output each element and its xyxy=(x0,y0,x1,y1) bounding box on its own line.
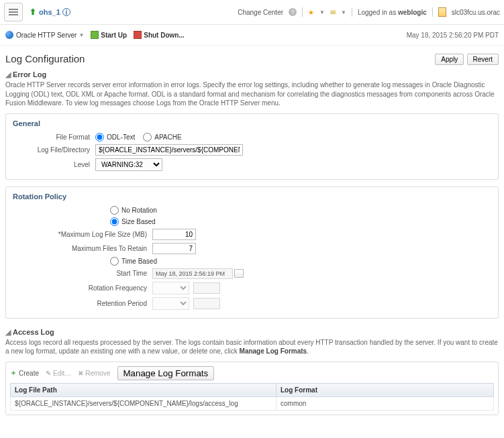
calendar-icon xyxy=(234,269,244,278)
access-log-panel: ＋Create ✎Edit… ✖Remove Manage Log Format… xyxy=(5,362,499,415)
pencil-icon: ✎ xyxy=(46,370,51,377)
table-row[interactable]: ${ORACLE_INSTANCE}/servers/${COMPONENT_N… xyxy=(11,396,494,410)
globe-icon xyxy=(5,31,13,39)
start-up-icon xyxy=(91,31,99,39)
shut-down-icon xyxy=(134,31,142,39)
mail-caret-icon: ▼ xyxy=(341,9,346,15)
level-label: Level xyxy=(13,161,95,168)
cell-log-file-path: ${ORACLE_INSTANCE}/servers/${COMPONENT_N… xyxy=(11,396,276,410)
retention-period-value xyxy=(193,298,220,309)
error-log-collapser-icon[interactable]: ◢ xyxy=(5,70,11,78)
revert-button[interactable]: Revert xyxy=(467,54,499,65)
info-icon[interactable]: i xyxy=(62,8,70,16)
max-files-input[interactable] xyxy=(152,243,196,254)
general-panel: General File Format ODL-Text APACHE Log … xyxy=(5,113,499,180)
file-format-label: File Format xyxy=(13,133,95,141)
max-size-label: *Maximum Log File Size (MB) xyxy=(13,231,152,238)
col-log-file-path: Log File Path xyxy=(11,383,276,396)
log-dir-input[interactable] xyxy=(95,144,243,156)
access-log-title: Access Log xyxy=(13,328,54,336)
rotation-none-radio[interactable]: No Rotation xyxy=(110,206,157,215)
change-center-help-icon[interactable]: ? xyxy=(289,8,297,16)
max-size-input[interactable] xyxy=(152,229,196,240)
retention-period-label: Retention Period xyxy=(13,300,152,307)
create-button[interactable]: ＋Create xyxy=(10,368,39,378)
target-menu[interactable]: Oracle HTTP Server xyxy=(16,32,77,39)
remove-button: ✖Remove xyxy=(78,370,110,377)
access-log-table: Log File Path Log Format ${ORACLE_INSTAN… xyxy=(10,383,494,410)
start-time-label: Start Time xyxy=(13,270,152,277)
level-select[interactable]: WARNING:32 xyxy=(95,158,162,171)
page-title: Log Configuration xyxy=(5,53,85,64)
rotation-size-radio[interactable]: Size Based xyxy=(110,217,156,226)
breadcrumb-target[interactable]: ohs_1 xyxy=(39,8,60,16)
rotation-freq-label: Rotation Frequency xyxy=(13,284,152,292)
rotation-title: Rotation Policy xyxy=(13,193,491,201)
target-menu-caret-icon: ▼ xyxy=(79,32,84,38)
mail-icon[interactable]: ✉ xyxy=(330,9,336,16)
logged-in-label: Logged in as weblogic xyxy=(358,9,427,16)
general-title: General xyxy=(13,119,491,127)
edit-button: ✎Edit… xyxy=(46,370,71,377)
cell-log-format: common xyxy=(276,396,494,410)
rotation-freq-select xyxy=(152,282,189,294)
rotation-time-radio[interactable]: Time Based xyxy=(110,257,157,266)
plus-icon: ＋ xyxy=(10,368,17,378)
page-timestamp: May 18, 2015 2:56:20 PM PDT xyxy=(407,32,499,39)
favorites-caret-icon: ▼ xyxy=(319,9,325,15)
retention-period-select xyxy=(152,297,189,310)
manage-log-formats-button[interactable]: Manage Log Formats xyxy=(117,366,215,380)
access-log-desc: Access logs record all requests processe… xyxy=(5,338,499,356)
change-center-label[interactable]: Change Center xyxy=(238,9,283,16)
log-dir-label: Log File/Directory xyxy=(13,146,95,154)
start-up-button[interactable]: Start Up xyxy=(101,32,127,39)
host-doc-icon xyxy=(438,7,446,17)
file-format-apache-radio[interactable]: APACHE xyxy=(143,133,181,142)
apply-button[interactable]: Apply xyxy=(435,54,464,65)
rotation-panel: Rotation Policy No Rotation Size Based *… xyxy=(5,186,499,319)
max-files-label: Maximum Files To Retain xyxy=(13,245,152,252)
file-format-odl-radio[interactable]: ODL-Text xyxy=(95,133,135,142)
shut-down-button[interactable]: Shut Down... xyxy=(144,32,185,39)
error-log-desc: Oracle HTTP Server records server error … xyxy=(5,80,499,108)
rotation-freq-value xyxy=(193,282,220,294)
x-icon: ✖ xyxy=(78,370,83,377)
favorites-icon[interactable]: ★ xyxy=(308,9,314,16)
up-nav-icon[interactable]: ⬆ xyxy=(30,7,36,17)
error-log-title: Error Log xyxy=(13,70,46,78)
main-menu-button[interactable] xyxy=(4,3,23,21)
col-log-format: Log Format xyxy=(276,383,494,396)
host-label: slc03fcu.us.orac xyxy=(452,9,500,16)
start-time-input xyxy=(152,268,233,279)
access-log-collapser-icon[interactable]: ◢ xyxy=(5,328,11,336)
